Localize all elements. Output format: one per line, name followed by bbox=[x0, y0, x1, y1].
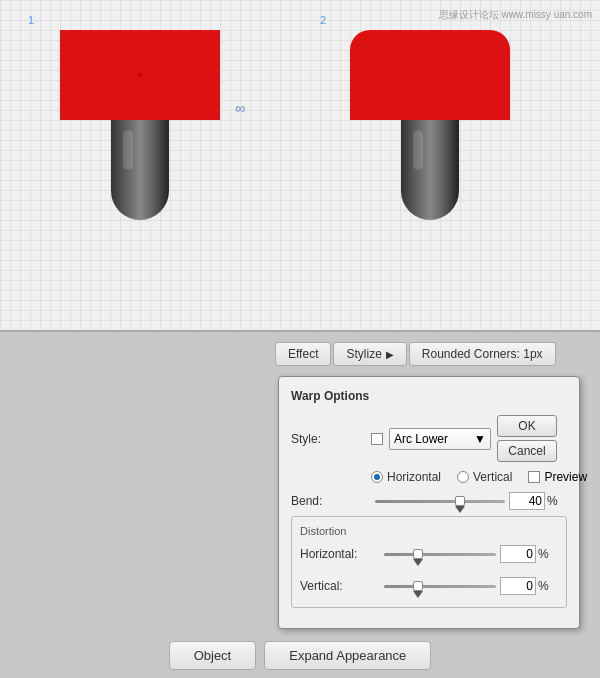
style-dropdown[interactable]: Arc Lower ▼ bbox=[389, 428, 491, 450]
horizontal-dist-thumb[interactable] bbox=[413, 549, 423, 559]
red-rect-right bbox=[350, 30, 510, 120]
preview-container: Preview bbox=[528, 470, 587, 484]
horizontal-dist-slider-container[interactable] bbox=[384, 553, 496, 556]
preview-checkbox[interactable] bbox=[528, 471, 540, 483]
vertical-dist-thumb[interactable] bbox=[413, 581, 423, 591]
horizontal-dist-track bbox=[384, 553, 496, 556]
bend-percent: % bbox=[547, 494, 567, 508]
shape-left bbox=[60, 30, 220, 220]
bend-label: Bend: bbox=[291, 494, 371, 508]
style-label: Style: bbox=[291, 432, 371, 446]
red-rect-left bbox=[60, 30, 220, 120]
vertical-dist-percent: % bbox=[538, 579, 558, 593]
cancel-button[interactable]: Cancel bbox=[497, 440, 557, 462]
vertical-dist-indicator bbox=[413, 591, 423, 598]
vertical-dist-input[interactable] bbox=[500, 577, 536, 595]
rounded-corners-button[interactable]: Rounded Corners: 1px bbox=[409, 342, 556, 366]
center-dot-left bbox=[138, 73, 142, 77]
vertical-dist-slider-container[interactable] bbox=[384, 585, 496, 588]
style-row: Style: Arc Lower ▼ OK Cancel bbox=[291, 415, 567, 462]
canvas-num1-label: 1 bbox=[28, 14, 34, 26]
horizontal-dist-row: Horizontal: % bbox=[300, 545, 558, 563]
bend-slider-track bbox=[375, 500, 505, 503]
bend-row: Bend: % bbox=[291, 492, 567, 510]
horizontal-label: Horizontal bbox=[387, 470, 441, 484]
stylize-label: Stylize bbox=[346, 347, 381, 361]
bend-slider-container[interactable] bbox=[375, 500, 505, 503]
canvas-num2-label: 2 bbox=[320, 14, 326, 26]
vertical-radio[interactable]: Vertical bbox=[457, 470, 512, 484]
canvas-area: 1 14 2 ∞ bbox=[0, 0, 600, 330]
horizontal-dist-percent: % bbox=[538, 547, 558, 561]
preview-label: Preview bbox=[544, 470, 587, 484]
style-checkbox[interactable] bbox=[371, 433, 383, 445]
style-value: Arc Lower bbox=[394, 432, 448, 446]
distortion-title: Distortion bbox=[300, 525, 558, 537]
stylize-arrow-icon: ▶ bbox=[386, 349, 394, 360]
pin-body-right bbox=[401, 120, 459, 220]
pin-body-left bbox=[111, 120, 169, 220]
vertical-dist-label: Vertical: bbox=[300, 579, 380, 593]
effect-button[interactable]: Effect bbox=[275, 342, 331, 366]
object-button[interactable]: Object bbox=[169, 641, 257, 670]
vertical-dist-track bbox=[384, 585, 496, 588]
toolbar-row: Effect Stylize ▶ Rounded Corners: 1px bbox=[10, 342, 590, 366]
horizontal-radio-dot bbox=[371, 471, 383, 483]
bottom-buttons: Object Expand Appearance bbox=[10, 641, 590, 670]
expand-appearance-button[interactable]: Expand Appearance bbox=[264, 641, 431, 670]
horizontal-dist-indicator bbox=[413, 559, 423, 566]
vertical-dist-row: Vertical: % bbox=[300, 577, 558, 595]
pin-highlight-left bbox=[123, 130, 133, 170]
orientation-radio-group: Horizontal Vertical Preview bbox=[371, 470, 567, 484]
horizontal-dist-label: Horizontal: bbox=[300, 547, 380, 561]
vertical-label: Vertical bbox=[473, 470, 512, 484]
bend-slider-indicator bbox=[455, 506, 465, 513]
bend-slider-thumb[interactable] bbox=[455, 496, 465, 506]
pin-highlight-right bbox=[413, 130, 423, 170]
bend-value-input[interactable] bbox=[509, 492, 545, 510]
horizontal-radio[interactable]: Horizontal bbox=[371, 470, 441, 484]
link-icon: ∞ bbox=[235, 100, 245, 116]
bottom-panel: Effect Stylize ▶ Rounded Corners: 1px Wa… bbox=[0, 330, 600, 678]
shape-right bbox=[350, 30, 510, 220]
watermark: 思缘设计论坛 www.missy uan.com bbox=[439, 8, 592, 22]
ok-button[interactable]: OK bbox=[497, 415, 557, 437]
vertical-radio-dot bbox=[457, 471, 469, 483]
stylize-button[interactable]: Stylize ▶ bbox=[333, 342, 406, 366]
warp-options-dialog: Warp Options Style: Arc Lower ▼ OK Cance… bbox=[278, 376, 580, 629]
horizontal-dist-input[interactable] bbox=[500, 545, 536, 563]
dropdown-arrow-icon: ▼ bbox=[474, 432, 486, 446]
distortion-group: Distortion Horizontal: % Vertical: bbox=[291, 516, 567, 608]
dialog-title: Warp Options bbox=[291, 389, 567, 403]
